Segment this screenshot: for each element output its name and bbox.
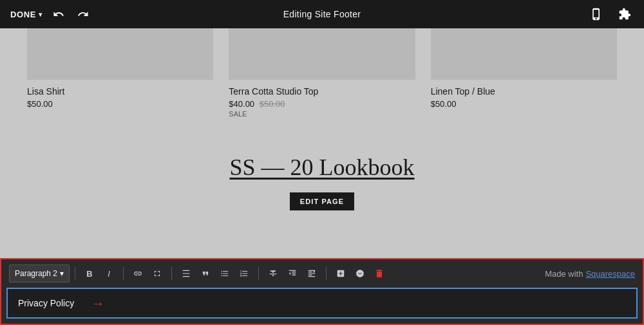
- ordered-list-button[interactable]: [235, 265, 253, 283]
- link-button[interactable]: [129, 265, 147, 283]
- lookbook-title: SS — 20 Lookbook: [0, 154, 644, 181]
- product-price-1: $50.00: [27, 99, 213, 109]
- strikethrough-button[interactable]: [264, 265, 282, 283]
- product-name-2: Terra Cotta Studio Top: [229, 86, 415, 97]
- strikethrough-icon: [269, 269, 278, 278]
- product-card-2: Terra Cotta Studio Top $40.00 $50.00 SAL…: [221, 28, 422, 128]
- product-card-1: Lisa Shirt $50.00: [19, 28, 221, 128]
- expand-button[interactable]: [148, 265, 166, 283]
- extensions-icon: [618, 8, 631, 21]
- bold-button[interactable]: B: [80, 265, 99, 283]
- indent-left-icon: [288, 269, 297, 278]
- mobile-icon: [590, 8, 603, 21]
- done-label: DONE: [10, 10, 36, 19]
- paragraph-style-chevron: ▾: [60, 269, 64, 278]
- toolbar-divider-3: [171, 267, 172, 280]
- quote-icon: [201, 269, 210, 278]
- align-icon: [182, 269, 191, 278]
- insert-button[interactable]: [332, 265, 350, 283]
- top-bar-actions: [587, 5, 634, 23]
- bullet-list-button[interactable]: [216, 265, 234, 283]
- indent-right-button[interactable]: [303, 265, 321, 283]
- top-bar-left: DONE ▾: [10, 6, 91, 23]
- top-bar: DONE ▾ Editing Site Footer: [0, 0, 644, 28]
- link-icon: [133, 269, 142, 278]
- product-name-1: Lisa Shirt: [27, 86, 213, 97]
- expand-icon: [153, 269, 162, 278]
- delete-button[interactable]: [370, 265, 388, 283]
- italic-button[interactable]: I: [100, 265, 118, 283]
- squarespace-link[interactable]: Squarespace: [585, 269, 635, 279]
- editor-text: Privacy Policy: [18, 298, 74, 308]
- mobile-preview-button[interactable]: [587, 5, 605, 23]
- clear-button[interactable]: [351, 265, 369, 283]
- clear-icon: [355, 269, 365, 278]
- product-image-1: [27, 28, 213, 80]
- done-chevron-icon: ▾: [39, 11, 43, 18]
- product-name-3: Linen Top / Blue: [431, 86, 617, 97]
- edit-page-button[interactable]: EDIT PAGE: [290, 192, 354, 210]
- made-with-text: Made with: [545, 269, 583, 279]
- delete-icon: [374, 268, 384, 279]
- editor-content[interactable]: Privacy Policy →: [6, 288, 638, 319]
- products-section: Lisa Shirt $50.00 Terra Cotta Studio Top…: [0, 28, 644, 128]
- main-content: Lisa Shirt $50.00 Terra Cotta Studio Top…: [0, 28, 644, 325]
- product-image-3: [431, 28, 617, 80]
- indent-right-icon: [307, 269, 316, 278]
- ordered-list-icon: [240, 269, 249, 278]
- align-button[interactable]: [177, 265, 195, 283]
- toolbar-right: Made with Squarespace: [545, 269, 635, 279]
- redo-icon: [77, 8, 89, 20]
- paragraph-style-label: Paragraph 2: [15, 269, 57, 278]
- product-card-3: Linen Top / Blue $50.00: [423, 28, 625, 128]
- footer-editor: Paragraph 2 ▾ B I: [0, 258, 644, 325]
- page-title: Editing Site Footer: [283, 9, 361, 19]
- undo-icon: [53, 8, 64, 20]
- bullet-list-icon: [220, 269, 229, 278]
- toolbar-divider-4: [258, 267, 259, 280]
- product-image-2: [229, 28, 415, 80]
- redo-button[interactable]: [75, 6, 91, 23]
- extensions-button[interactable]: [616, 5, 634, 23]
- lookbook-section: SS — 20 Lookbook EDIT PAGE: [0, 128, 644, 230]
- done-button[interactable]: DONE ▾: [10, 10, 43, 19]
- toolbar-divider-1: [75, 267, 75, 280]
- toolbar-divider-5: [326, 267, 327, 280]
- product-price-2: $40.00 $50.00 SALE: [229, 99, 415, 118]
- editor-toolbar: Paragraph 2 ▾ B I: [1, 259, 643, 288]
- indent-left-button[interactable]: [283, 265, 301, 283]
- product-price-3: $50.00: [431, 99, 617, 109]
- toolbar-divider-2: [123, 267, 124, 280]
- undo-button[interactable]: [50, 6, 67, 23]
- editor-arrow-icon: →: [91, 296, 104, 311]
- paragraph-style-select[interactable]: Paragraph 2 ▾: [9, 265, 70, 283]
- insert-icon: [336, 269, 345, 278]
- quote-button[interactable]: [196, 265, 214, 283]
